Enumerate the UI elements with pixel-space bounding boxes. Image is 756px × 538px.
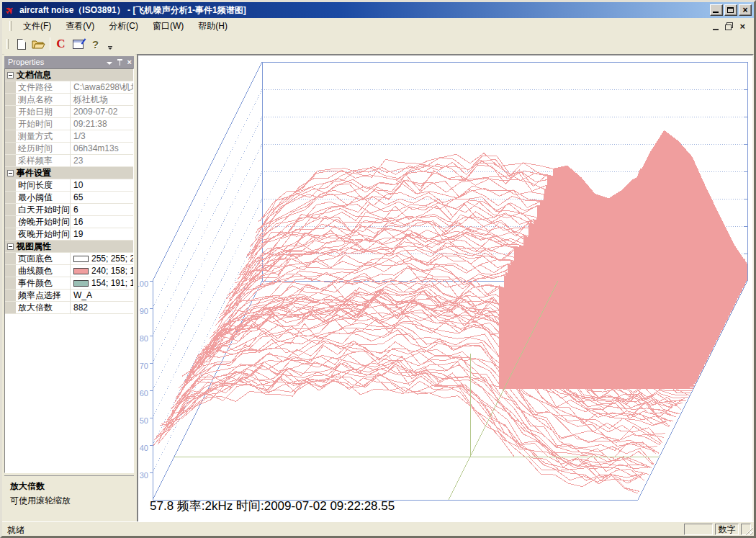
- property-value[interactable]: 09:21:38: [71, 119, 133, 129]
- property-value[interactable]: W_A: [71, 290, 133, 300]
- mdi-restore-button[interactable]: [725, 22, 733, 30]
- property-label: 页面底色: [16, 253, 71, 265]
- property-row[interactable]: 经历时间06h34m13s: [5, 143, 133, 155]
- properties-icon: [73, 40, 84, 49]
- color-swatch: [73, 280, 89, 287]
- menu-file[interactable]: 文件(F): [16, 19, 58, 34]
- property-row[interactable]: 曲线颜色240; 158; 158: [5, 265, 133, 277]
- property-label: 开始时间: [16, 118, 71, 130]
- window-title: aircraft noise（ISO3891） - [飞机噪声分析1-事件1频谱…: [19, 5, 246, 15]
- waterfall-svg[interactable]: 10090807060504030: [138, 55, 752, 521]
- y-axis-tick-label: 40: [140, 444, 148, 452]
- properties-panel-header[interactable]: Properties ×: [4, 56, 134, 68]
- property-value[interactable]: C:\awa6298\机场: [71, 81, 133, 94]
- property-label: 时间长度: [16, 179, 71, 192]
- property-help-text: 可使用滚轮缩放: [10, 495, 128, 507]
- panel-menu-chevron-icon[interactable]: [107, 62, 112, 65]
- toolbar-gripper[interactable]: [6, 39, 9, 49]
- property-label: 傍晚开始时间: [16, 216, 71, 228]
- collapse-icon[interactable]: [7, 243, 14, 250]
- category-view-properties[interactable]: 视图属性: [5, 241, 133, 253]
- maximize-icon: [727, 7, 734, 13]
- menu-gripper[interactable]: [9, 21, 12, 31]
- toolbar-overflow-button[interactable]: [107, 46, 113, 50]
- property-row[interactable]: 页面底色255; 255; 255: [5, 253, 133, 265]
- property-row[interactable]: 白天开始时间6: [5, 204, 133, 216]
- menu-bar: 文件(F) 查看(V) 分析(C) 窗口(W) 帮助(H) ×: [2, 18, 754, 34]
- category-event-settings[interactable]: 事件设置: [5, 167, 133, 179]
- property-row[interactable]: 放大倍数882: [5, 302, 133, 314]
- property-value[interactable]: 16: [71, 217, 133, 227]
- maximize-button[interactable]: [724, 4, 737, 16]
- property-row[interactable]: 开始时间09:21:38: [5, 118, 133, 130]
- open-file-button[interactable]: [30, 36, 47, 52]
- properties-panel: Properties × 文档信息 文件路径C:\awa6298\机场 测点名称…: [4, 54, 135, 523]
- property-value[interactable]: 19: [71, 229, 133, 239]
- property-row[interactable]: 频率点选择W_A: [5, 290, 133, 302]
- pin-icon[interactable]: [117, 59, 122, 66]
- property-value[interactable]: 23: [71, 156, 133, 166]
- property-value[interactable]: 1/3: [71, 131, 133, 141]
- property-value[interactable]: 65: [71, 192, 133, 202]
- spectrum-chart-window: 10090807060504030 57.8 频率:2kHz 时间:2009-0…: [137, 54, 754, 523]
- collapse-icon[interactable]: [7, 72, 14, 79]
- property-row[interactable]: 时间长度10: [5, 179, 133, 192]
- property-label: 白天开始时间: [16, 204, 71, 216]
- help-button[interactable]: ?: [87, 36, 104, 52]
- property-value[interactable]: 255; 255; 255: [71, 254, 133, 264]
- property-value[interactable]: 栎社机场: [71, 94, 133, 106]
- category-doc-info[interactable]: 文档信息: [5, 69, 133, 81]
- y-axis-tick-label: 50: [140, 416, 148, 425]
- y-axis-tick-label: 100: [138, 279, 148, 288]
- c-icon: C: [56, 37, 65, 51]
- status-pane-num: 数字: [715, 524, 739, 535]
- close-button[interactable]: ×: [739, 4, 752, 16]
- property-row[interactable]: 测点名称栎社机场: [5, 94, 133, 106]
- y-axis-tick-label: 80: [140, 334, 148, 343]
- menu-help[interactable]: 帮助(H): [191, 19, 235, 34]
- property-row[interactable]: 开始日期2009-07-02: [5, 106, 133, 118]
- properties-panel-title: Properties: [8, 58, 44, 66]
- property-help-box: 放大倍数 可使用滚轮缩放: [4, 475, 134, 521]
- properties-button[interactable]: [70, 36, 86, 52]
- property-label: 曲线颜色: [16, 265, 71, 277]
- property-value[interactable]: 10: [71, 180, 133, 190]
- property-value[interactable]: 06h34m13s: [71, 143, 133, 153]
- property-label: 经历时间: [16, 143, 71, 155]
- property-label: 事件颜色: [16, 277, 71, 290]
- status-bar: 就绪 数字: [2, 521, 754, 536]
- title-bar[interactable]: ✈ aircraft noise（ISO3891） - [飞机噪声分析1-事件1…: [2, 2, 754, 18]
- new-file-button[interactable]: [13, 36, 30, 52]
- cursor-readout: 57.8 频率:2kHz 时间:2009-07-02 09:22:28.55: [150, 498, 395, 514]
- property-label: 放大倍数: [16, 302, 71, 314]
- property-value[interactable]: 882: [71, 302, 133, 313]
- property-row[interactable]: 夜晚开始时间19: [5, 228, 133, 241]
- property-label: 开始日期: [16, 106, 71, 118]
- property-value[interactable]: 240; 158; 158: [71, 266, 133, 276]
- property-row[interactable]: 文件路径C:\awa6298\机场: [5, 81, 133, 94]
- property-row[interactable]: 最小阈值65: [5, 192, 133, 204]
- property-value[interactable]: 6: [71, 205, 133, 215]
- property-row[interactable]: 傍晚开始时间16: [5, 216, 133, 228]
- status-pane-caps: [684, 524, 713, 535]
- property-label: 测点名称: [16, 94, 71, 106]
- menu-analysis[interactable]: 分析(C): [102, 19, 145, 34]
- minimize-button[interactable]: [710, 4, 723, 16]
- property-row[interactable]: 测量方式1/3: [5, 130, 133, 143]
- menu-view[interactable]: 查看(V): [58, 19, 102, 34]
- mdi-close-button[interactable]: ×: [739, 22, 745, 31]
- property-value[interactable]: 2009-07-02: [71, 107, 133, 117]
- property-label: 频率点选择: [16, 290, 71, 302]
- y-axis-tick-label: 70: [140, 362, 148, 370]
- y-axis-tick-label: 30: [140, 471, 148, 480]
- menu-window[interactable]: 窗口(W): [145, 19, 191, 34]
- property-row[interactable]: 事件颜色154; 191; 180: [5, 277, 133, 290]
- calibrate-button[interactable]: C: [53, 36, 69, 52]
- property-value[interactable]: 154; 191; 180: [71, 278, 133, 288]
- collapse-icon[interactable]: [7, 170, 14, 176]
- property-label: 测量方式: [16, 130, 71, 143]
- mdi-minimize-button[interactable]: [713, 29, 719, 30]
- property-help-title: 放大倍数: [10, 480, 128, 493]
- panel-close-icon[interactable]: ×: [127, 59, 132, 66]
- property-row[interactable]: 采样频率23: [5, 155, 133, 167]
